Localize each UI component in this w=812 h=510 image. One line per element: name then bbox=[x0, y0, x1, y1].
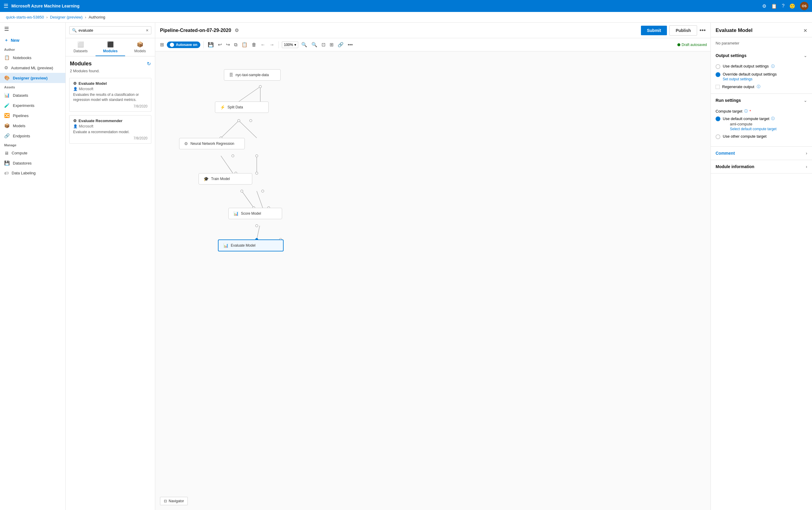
feedback-icon[interactable]: 📋 bbox=[771, 3, 777, 9]
comment-section[interactable]: Comment › bbox=[711, 147, 812, 160]
refresh-icon[interactable]: ↻ bbox=[147, 61, 151, 66]
node-split-data[interactable]: ⚡ Split Data bbox=[215, 102, 269, 113]
smiley-icon[interactable]: 🙂 bbox=[789, 3, 795, 9]
pipelines-icon: 🔀 bbox=[4, 113, 10, 118]
new-button[interactable]: ＋ New bbox=[0, 35, 65, 46]
use-default-output-radio[interactable] bbox=[716, 64, 720, 69]
draft-dot bbox=[677, 43, 680, 46]
svg-line-1 bbox=[239, 87, 260, 102]
sidebar-hamburger[interactable]: ☰ bbox=[0, 23, 65, 35]
tab-modules-icon: ⬛ bbox=[107, 41, 114, 48]
use-default-help-icon[interactable]: ⓘ bbox=[771, 64, 775, 69]
use-other-compute-radio[interactable] bbox=[716, 134, 720, 139]
compute-value: aml-compute bbox=[730, 122, 777, 126]
avatar[interactable]: OS bbox=[800, 2, 808, 10]
regenerate-help-icon[interactable]: ⓘ bbox=[757, 84, 760, 89]
paste-icon[interactable]: 📋 bbox=[240, 40, 249, 49]
redo-icon[interactable]: ↪ bbox=[225, 40, 231, 49]
search-clear-icon[interactable]: ✕ bbox=[146, 28, 149, 32]
module-card-evaluate-recommender[interactable]: ⚙ Evaluate Recommender 👤 Microsoft Evalu… bbox=[69, 115, 151, 144]
sidebar-item-data-labeling[interactable]: 🏷 Data Labeling bbox=[0, 168, 65, 178]
undo-icon[interactable]: ↩ bbox=[217, 40, 223, 49]
module-card-desc-1: Evaluate a recommendation model. bbox=[73, 130, 147, 135]
tab-models[interactable]: 📦 Models bbox=[125, 38, 155, 56]
breadcrumb-workspace[interactable]: quick-starts-ws-53850 bbox=[6, 15, 44, 20]
right-panel-close[interactable]: ✕ bbox=[803, 28, 807, 33]
layout-icon[interactable]: ⊞ bbox=[328, 40, 335, 49]
set-output-link[interactable]: Set output settings bbox=[723, 77, 777, 81]
run-settings-content: Compute target ⓘ * Use default compute t… bbox=[711, 107, 812, 146]
notebooks-icon: 📋 bbox=[4, 55, 10, 60]
sidebar-item-endpoints[interactable]: 🔗 Endpoints bbox=[0, 131, 65, 141]
sidebar-item-automated-ml[interactable]: ⚙ Automated ML (preview) bbox=[0, 63, 65, 73]
sidebar-item-pipelines[interactable]: 🔀 Pipelines bbox=[0, 111, 65, 121]
breadcrumb-designer[interactable]: Designer (preview) bbox=[50, 15, 83, 20]
sidebar-item-compute[interactable]: 🖥 Compute bbox=[0, 148, 65, 158]
pipeline-settings-icon[interactable]: ⚙ bbox=[235, 27, 239, 33]
svg-point-10 bbox=[238, 119, 240, 122]
sidebar-item-models[interactable]: 📦 Models bbox=[0, 121, 65, 131]
sidebar-item-notebooks[interactable]: 📋 Notebooks bbox=[0, 53, 65, 63]
submit-button[interactable]: Submit bbox=[641, 26, 667, 35]
regenerate-checkbox[interactable] bbox=[716, 85, 720, 89]
copy-icon[interactable]: ⧉ bbox=[233, 41, 238, 49]
tab-datasets[interactable]: ⬜ Datasets bbox=[66, 38, 95, 56]
breadcrumb: quick-starts-ws-53850 › Designer (previe… bbox=[0, 12, 812, 23]
datasets-icon: 📊 bbox=[4, 92, 10, 98]
plus-icon: ＋ bbox=[4, 38, 8, 43]
publish-button[interactable]: Publish bbox=[669, 25, 697, 35]
node-train-model[interactable]: 🎓 Train Model bbox=[199, 173, 252, 185]
forward-icon[interactable]: → bbox=[268, 41, 276, 49]
assets-section-label: Assets bbox=[0, 83, 65, 90]
navigator-button[interactable]: ⊡ Navigator bbox=[160, 497, 188, 505]
settings-icon[interactable]: ⚙ bbox=[762, 3, 766, 9]
output-settings-header[interactable]: Output settings ⌄ bbox=[711, 49, 812, 62]
node-icon-neural: ⚙ bbox=[184, 141, 188, 146]
modules-title: Modules bbox=[70, 61, 92, 67]
more-options-button[interactable]: ••• bbox=[699, 27, 706, 34]
hamburger-icon[interactable]: ☰ bbox=[4, 3, 8, 9]
sidebar-item-experiments[interactable]: 🧪 Experiments bbox=[0, 100, 65, 111]
back-icon[interactable]: ← bbox=[259, 41, 267, 49]
help-icon[interactable]: ? bbox=[782, 3, 785, 9]
run-settings-header[interactable]: Run settings ⌄ bbox=[711, 94, 812, 107]
sidebar-item-datastores[interactable]: 💾 Datastores bbox=[0, 158, 65, 168]
svg-line-6 bbox=[242, 191, 254, 208]
svg-point-21 bbox=[256, 225, 258, 227]
use-default-compute-radio[interactable] bbox=[716, 116, 720, 121]
left-panel: 🔍 ✕ ⬜ Datasets ⬛ Modules 📦 Models Module… bbox=[66, 23, 155, 510]
compute-help-icon[interactable]: ⓘ bbox=[744, 109, 748, 114]
search-input[interactable] bbox=[79, 28, 144, 32]
node-nyc-taxi[interactable]: 🗄 nyc-taxi-sample-data bbox=[224, 69, 281, 81]
breadcrumb-current: Authoring bbox=[89, 15, 106, 20]
autosave-toggle[interactable]: Autosave on bbox=[167, 41, 200, 48]
topbar: ☰ Microsoft Azure Machine Learning ⚙ 📋 ?… bbox=[0, 0, 812, 12]
svg-point-13 bbox=[232, 155, 234, 157]
graph-icon[interactable]: 🔗 bbox=[337, 40, 345, 49]
sidebar-item-datasets[interactable]: 📊 Datasets bbox=[0, 90, 65, 100]
sep1 bbox=[203, 41, 204, 48]
tab-modules[interactable]: ⬛ Modules bbox=[95, 38, 125, 56]
zoom-out-icon[interactable]: 🔍 bbox=[300, 40, 309, 49]
use-other-compute-label: Use other compute target bbox=[723, 134, 766, 139]
module-card-evaluate-model[interactable]: ⚙ Evaluate Model 👤 Microsoft Evaluates t… bbox=[69, 78, 151, 112]
delete-icon[interactable]: 🗑 bbox=[251, 41, 258, 49]
pipeline-canvas[interactable]: 🗄 nyc-taxi-sample-data ⚡ Split Data ⚙ Ne… bbox=[155, 51, 710, 510]
zoom-in-icon[interactable]: 🔍 bbox=[310, 40, 319, 49]
node-neural-net[interactable]: ⚙ Neural Network Regression bbox=[179, 138, 245, 149]
zoom-select[interactable]: 100% ▾ bbox=[282, 41, 298, 48]
fit-icon[interactable]: ⊡ bbox=[320, 40, 327, 49]
layers-icon[interactable]: ⊞ bbox=[159, 40, 165, 49]
sidebar-item-designer[interactable]: 🎨 Designer (preview) bbox=[0, 73, 65, 83]
select-compute-link[interactable]: Select default compute target bbox=[730, 127, 777, 131]
search-input-wrap[interactable]: 🔍 ✕ bbox=[69, 26, 151, 34]
override-output-label: Override default output settings bbox=[723, 72, 777, 77]
save-icon[interactable]: 💾 bbox=[207, 40, 215, 49]
more-icon[interactable]: ••• bbox=[347, 41, 354, 49]
run-settings-title: Run settings bbox=[716, 98, 741, 103]
node-evaluate-model[interactable]: 📊 Evaluate Model bbox=[218, 239, 284, 251]
node-score-model[interactable]: 📊 Score Model bbox=[228, 208, 282, 219]
override-output-radio[interactable] bbox=[716, 72, 720, 77]
module-info-section[interactable]: Module information › bbox=[711, 160, 812, 173]
default-compute-help[interactable]: ⓘ bbox=[771, 116, 775, 121]
